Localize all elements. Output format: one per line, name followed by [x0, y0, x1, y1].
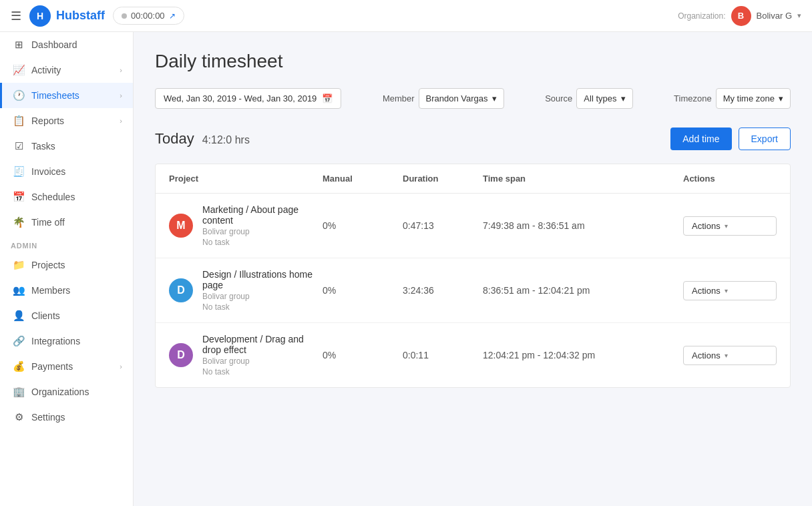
sidebar-label-tasks: Tasks [31, 141, 55, 152]
settings-icon: ⚙ [13, 411, 25, 423]
export-button[interactable]: Export [739, 128, 791, 150]
app-logo: H Hubstaff [29, 5, 105, 27]
dashboard-icon: ⊞ [13, 39, 25, 51]
main-content: Daily timesheet Wed, Jan 30, 2019 - Wed,… [134, 32, 812, 506]
today-header: Today 4:12:0 hrs Add time Export [155, 128, 791, 150]
sidebar-item-members[interactable]: 👥 Members [0, 278, 133, 303]
sidebar-item-settings[interactable]: ⚙ Settings [0, 405, 133, 430]
invoices-icon: 🧾 [13, 166, 25, 178]
sidebar-item-reports[interactable]: 📋 Reports › [0, 108, 133, 134]
user-name: Bolivar G [757, 11, 792, 21]
actions-button-1[interactable]: Actions ▾ [683, 281, 777, 300]
sidebar-item-payments[interactable]: 💰 Payments › [0, 354, 133, 379]
integrations-icon: 🔗 [13, 335, 25, 347]
col-duration: Duration [403, 174, 483, 184]
sidebar-item-invoices[interactable]: 🧾 Invoices [0, 159, 133, 184]
sidebar-item-organizations[interactable]: 🏢 Organizations [0, 379, 133, 405]
timesheet-table: Project Manual Duration Time span Action… [155, 164, 791, 388]
sidebar-label-members: Members [31, 285, 70, 296]
manual-2: 0% [323, 350, 403, 360]
payments-chevron-icon: › [120, 362, 122, 370]
table-row: D Development / Drag and drop effect Bol… [156, 323, 790, 387]
duration-1: 3:24:36 [403, 285, 483, 296]
sidebar-label-timesheets: Timesheets [31, 90, 79, 101]
logo-icon: H [29, 5, 51, 27]
payments-icon: 💰 [13, 360, 25, 372]
table-row: D Design / Illustrations home page Boliv… [156, 258, 790, 323]
filters-row: Wed, Jan 30, 2019 - Wed, Jan 30, 2019 📅 … [155, 88, 791, 109]
timespan-0: 7:49:38 am - 8:36:51 am [483, 220, 683, 231]
sidebar-item-tasks[interactable]: ☑ Tasks [0, 134, 133, 159]
project-name-2: Development / Drag and drop effect [202, 334, 323, 355]
actions-chevron-icon-2: ▾ [725, 352, 728, 359]
timezone-filter: Timezone My time zone ▾ [674, 88, 791, 109]
activity-chevron-icon: › [120, 66, 122, 74]
project-task-2: No task [202, 367, 323, 376]
app-name: Hubstaff [56, 9, 105, 23]
sidebar-item-clients[interactable]: 👤 Clients [0, 303, 133, 328]
projects-icon: 📁 [13, 259, 25, 271]
project-info-0: Marketing / About page content Bolivar g… [202, 204, 323, 247]
sidebar-item-activity[interactable]: 📈 Activity › [0, 57, 133, 83]
menu-hamburger-icon[interactable]: ☰ [11, 9, 21, 23]
source-chevron-icon: ▾ [621, 93, 626, 103]
sidebar-item-integrations[interactable]: 🔗 Integrations [0, 328, 133, 354]
member-select[interactable]: Brandon Vargas ▾ [419, 88, 504, 109]
sidebar-item-timeoff[interactable]: 🌴 Time off [0, 210, 133, 235]
date-picker[interactable]: Wed, Jan 30, 2019 - Wed, Jan 30, 2019 📅 [155, 88, 341, 109]
sidebar-label-dashboard: Dashboard [31, 39, 77, 50]
actions-chevron-icon-1: ▾ [725, 287, 728, 294]
table-row: M Marketing / About page content Bolivar… [156, 194, 790, 258]
sidebar-item-timesheets[interactable]: 🕐 Timesheets › [0, 83, 133, 108]
calendar-icon: 📅 [322, 93, 333, 103]
sidebar-label-settings: Settings [31, 412, 65, 423]
members-icon: 👥 [13, 284, 25, 296]
project-info-1: Design / Illustrations home page Bolivar… [202, 269, 323, 312]
timesheets-chevron-icon: › [120, 91, 122, 99]
project-info-2: Development / Drag and drop effect Boliv… [202, 334, 323, 376]
actions-label-2: Actions [692, 350, 721, 360]
organizations-icon: 🏢 [13, 386, 25, 398]
table-header: Project Manual Duration Time span Action… [156, 164, 790, 194]
actions-button-2[interactable]: Actions ▾ [683, 346, 777, 365]
project-cell-0: M Marketing / About page content Bolivar… [169, 204, 323, 247]
project-cell-1: D Design / Illustrations home page Boliv… [169, 269, 323, 312]
col-actions: Actions [683, 174, 777, 184]
timer-widget[interactable]: 00:00:00 ↗ [113, 7, 184, 25]
timezone-select[interactable]: My time zone ▾ [716, 88, 791, 109]
timer-expand-icon[interactable]: ↗ [169, 11, 176, 21]
actions-label-1: Actions [692, 286, 721, 296]
sidebar-label-integrations: Integrations [31, 336, 80, 346]
project-org-1: Bolivar group [202, 292, 323, 301]
sidebar-item-schedules[interactable]: 📅 Schedules [0, 184, 133, 210]
timeoff-icon: 🌴 [13, 216, 25, 228]
date-range-text: Wed, Jan 30, 2019 - Wed, Jan 30, 2019 [164, 93, 317, 103]
duration-0: 0:47:13 [403, 220, 483, 231]
actions-chevron-icon-0: ▾ [725, 222, 728, 230]
source-select[interactable]: All types ▾ [576, 88, 632, 109]
source-label: Source [545, 93, 572, 103]
admin-section-label: ADMIN [0, 235, 133, 252]
project-task-0: No task [202, 238, 323, 247]
today-time: 4:12:0 hrs [202, 134, 250, 146]
actions-label-0: Actions [692, 221, 721, 231]
user-menu-chevron-icon[interactable]: ▾ [797, 11, 801, 20]
project-org-2: Bolivar group [202, 356, 323, 366]
timer-display: 00:00:00 [131, 11, 165, 21]
project-avatar-1: D [169, 278, 193, 302]
manual-0: 0% [323, 220, 403, 231]
sidebar-label-timeoff: Time off [31, 217, 65, 228]
page-title: Daily timesheet [155, 51, 791, 72]
sidebar-label-payments: Payments [31, 361, 73, 372]
col-timespan: Time span [483, 174, 683, 184]
timesheets-icon: 🕐 [13, 89, 25, 101]
timer-dot-icon [122, 13, 127, 19]
project-avatar-2: D [169, 343, 193, 367]
actions-button-0[interactable]: Actions ▾ [683, 216, 777, 236]
add-time-button[interactable]: Add time [670, 128, 731, 150]
reports-chevron-icon: › [120, 117, 122, 125]
member-filter: Member Brandon Vargas ▾ [383, 88, 504, 109]
sidebar-item-projects[interactable]: 📁 Projects [0, 252, 133, 278]
sidebar-item-dashboard[interactable]: ⊞ Dashboard [0, 32, 133, 57]
tasks-icon: ☑ [13, 140, 25, 152]
